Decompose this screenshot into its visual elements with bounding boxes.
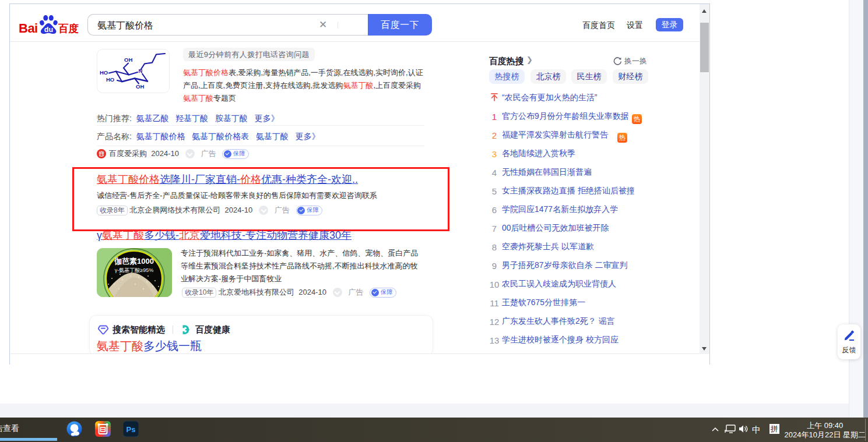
svg-text:γ-氨基丁酸≥95%: γ-氨基丁酸≥95%	[115, 267, 153, 273]
svg-text:HO: HO	[106, 76, 114, 83]
svg-text:HO: HO	[100, 69, 108, 76]
svg-text:OH: OH	[124, 56, 132, 63]
svg-text:OH: OH	[136, 83, 144, 90]
svg-text:du: du	[44, 26, 53, 34]
svg-text:伽芭素1000: 伽芭素1000	[114, 257, 154, 266]
svg-text:Ps: Ps	[126, 425, 136, 434]
svg-text:N: N	[139, 68, 143, 74]
